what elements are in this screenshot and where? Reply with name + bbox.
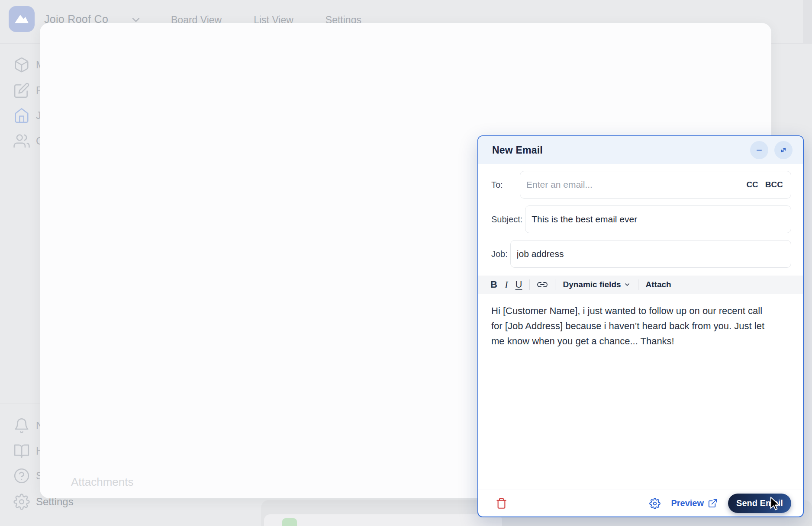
- email-settings-button[interactable]: [649, 498, 661, 509]
- email-fields: To: CC BCC Subject: Job:: [478, 164, 803, 275]
- subject-input-wrapper: [525, 205, 791, 233]
- to-input[interactable]: [526, 180, 746, 190]
- toolbar-divider: [638, 279, 638, 290]
- expand-icon: [779, 146, 788, 154]
- email-panel-title: New Email: [492, 144, 543, 156]
- sidebar-item-notifications[interactable]: N: [13, 417, 43, 434]
- formatting-toolbar: B I U Dynamic fields Attach: [478, 276, 803, 294]
- cc-button[interactable]: CC: [746, 180, 758, 189]
- app-logo[interactable]: [9, 6, 35, 32]
- gear-icon: [13, 494, 30, 510]
- sidebar-item-jobs[interactable]: J: [13, 107, 41, 124]
- delete-draft-button[interactable]: [496, 497, 507, 509]
- sidebar-divider: [0, 404, 40, 404]
- email-footer: Preview Send Email: [478, 490, 803, 516]
- new-email-panel: New Email To: CC BCC: [477, 135, 804, 517]
- preview-label: Preview: [671, 498, 704, 508]
- bold-button[interactable]: B: [490, 280, 497, 289]
- toolbar-divider: [529, 279, 530, 290]
- link-icon: [537, 279, 548, 290]
- email-panel-header: New Email: [478, 136, 803, 164]
- send-email-button[interactable]: Send Email: [728, 494, 791, 513]
- job-input-wrapper: [510, 240, 791, 268]
- subject-label: Subject:: [491, 215, 522, 225]
- sidebar-item-proposals[interactable]: P: [13, 82, 43, 99]
- email-body-editor[interactable]: Hi [Customer Name], i just wanted to fol…: [478, 294, 803, 490]
- job-label: Job:: [491, 249, 508, 259]
- preview-button[interactable]: Preview: [671, 498, 718, 508]
- subject-row: Subject:: [491, 205, 791, 233]
- mountain-logo-icon: [13, 10, 31, 28]
- external-link-icon: [708, 498, 718, 508]
- subject-input[interactable]: [532, 214, 783, 225]
- status-chip: [282, 518, 297, 526]
- toolbar-divider: [555, 279, 555, 290]
- bcc-button[interactable]: BCC: [765, 180, 783, 189]
- book-icon: [13, 443, 30, 459]
- help-icon: [13, 468, 30, 484]
- sidebar-item-help-docs[interactable]: H: [13, 443, 43, 459]
- attach-button[interactable]: Attach: [646, 280, 671, 289]
- home-icon: [13, 107, 30, 124]
- attachments-section-heading: Attachments: [71, 475, 134, 489]
- background-card: [264, 514, 502, 526]
- sidebar-item-support[interactable]: S: [13, 468, 43, 484]
- dynamic-fields-label: Dynamic fields: [563, 280, 621, 289]
- trash-icon: [496, 497, 507, 509]
- to-input-wrapper: CC BCC: [520, 171, 791, 199]
- underline-button[interactable]: U: [516, 280, 522, 289]
- expand-button[interactable]: [774, 141, 793, 159]
- users-icon: [13, 133, 30, 149]
- bell-icon: [13, 417, 30, 434]
- box-icon: [13, 57, 30, 73]
- app-screen: Jojo Roof Co Board View List View Settin…: [0, 0, 812, 526]
- edit-icon: [13, 82, 30, 99]
- minimize-button[interactable]: [750, 141, 768, 159]
- gear-icon: [649, 498, 661, 509]
- italic-button[interactable]: I: [505, 280, 508, 290]
- job-row: Job:: [491, 240, 791, 268]
- job-input[interactable]: [517, 249, 783, 259]
- chevron-down-icon: [624, 281, 631, 288]
- insert-link-button[interactable]: [537, 279, 548, 290]
- dynamic-fields-dropdown[interactable]: Dynamic fields: [563, 280, 630, 289]
- to-row: To: CC BCC: [491, 171, 791, 199]
- to-label: To:: [491, 180, 517, 190]
- minus-icon: [755, 146, 764, 154]
- sidebar-item-customers[interactable]: C: [13, 133, 43, 149]
- window-edge: [803, 0, 812, 43]
